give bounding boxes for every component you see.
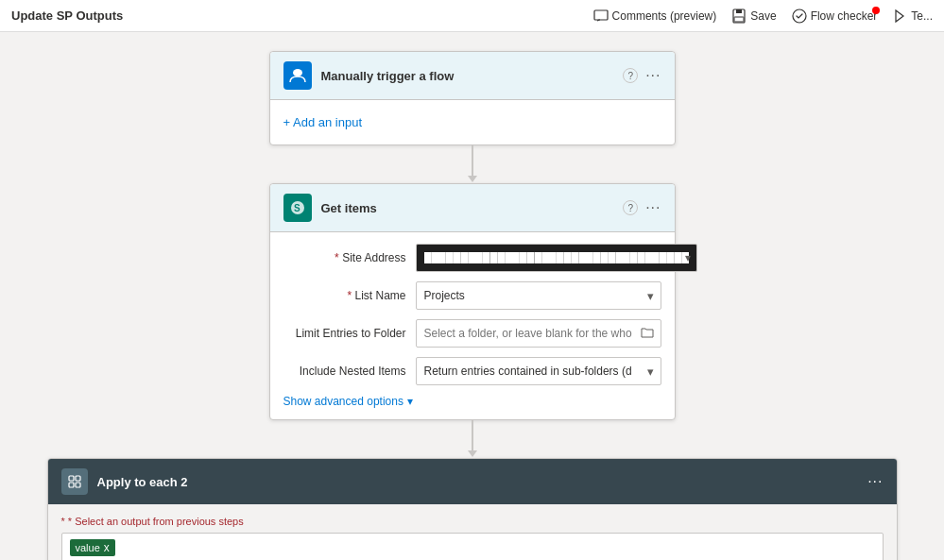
page-title: Update SP Outputs (11, 8, 593, 23)
test-action[interactable]: Te... (892, 8, 933, 24)
svg-rect-11 (76, 483, 80, 487)
flow-checker-action[interactable]: Flow checker (792, 8, 878, 24)
person-icon (289, 67, 306, 84)
tag-label: value (76, 542, 100, 553)
trigger-header-actions: ? ··· (623, 67, 661, 84)
sp-icon-inner: S (289, 199, 306, 216)
save-icon (731, 8, 747, 24)
svg-rect-2 (736, 9, 742, 13)
flow-checker-label: Flow checker (811, 9, 878, 23)
nested-items-control: Return entries contained in sub-folders … (416, 357, 661, 385)
connector-line (472, 145, 473, 176)
svg-rect-10 (69, 483, 74, 487)
select-output-label: * * Select an output from previous steps (61, 516, 884, 527)
trigger-body: + Add an input (270, 100, 675, 144)
loop-icon (67, 474, 82, 489)
save-label: Save (750, 9, 776, 23)
sharepoint-icon: S (283, 194, 312, 222)
limit-entries-label: Limit Entries to Folder (283, 327, 406, 340)
apply-each-title: Apply to each 2 (97, 475, 859, 489)
notification-badge (872, 7, 880, 14)
site-address-chevron: ▾ (685, 251, 691, 264)
save-action[interactable]: Save (731, 8, 776, 24)
apply-each-more-options[interactable]: ··· (867, 473, 883, 490)
get-items-header-actions: ? ··· (623, 199, 661, 216)
topbar: Update SP Outputs Comments (preview) Sav… (0, 0, 944, 32)
show-advanced-label: Show advanced options (283, 395, 403, 408)
site-address-input[interactable]: ████████████████████████████████████ ▾ (416, 244, 698, 272)
nested-items-label: Include Nested Items (283, 365, 406, 378)
trigger-title: Manually trigger a flow (321, 69, 614, 83)
folder-input-wrapper (416, 319, 661, 348)
flow-container: Manually trigger a flow ? ··· + Add an i… (0, 32, 944, 560)
comments-label: Comments (preview) (612, 9, 717, 23)
flow-checker-icon (792, 8, 807, 24)
apply-each-container: Apply to each 2 ··· * * Select an output… (47, 458, 898, 560)
trigger-icon (283, 61, 312, 90)
connector-arrow-2 (468, 450, 477, 457)
svg-rect-5 (293, 69, 302, 76)
connector-2 (468, 420, 477, 458)
get-items-more-options[interactable]: ··· (645, 199, 661, 216)
connector-1 (468, 145, 477, 183)
svg-rect-0 (594, 10, 608, 20)
connector-line-2 (472, 420, 473, 450)
apply-each-icon (61, 468, 88, 495)
add-input-label: + Add an input (283, 115, 363, 129)
svg-text:S: S (294, 203, 300, 213)
trigger-more-options[interactable]: ··· (645, 67, 661, 84)
svg-rect-9 (76, 476, 80, 481)
list-name-row: List Name Projects ▾ (283, 281, 661, 310)
topbar-actions: Comments (preview) Save Flow checker Te.… (593, 8, 933, 24)
limit-entries-row: Limit Entries to Folder (283, 319, 661, 348)
get-items-title: Get items (321, 201, 614, 215)
nested-items-select-wrapper: Return entries contained in sub-folders … (416, 357, 661, 385)
limit-entries-control (416, 319, 661, 348)
limit-entries-input[interactable] (416, 319, 661, 348)
show-advanced-button[interactable]: Show advanced options ▾ (283, 395, 661, 408)
trigger-card: Manually trigger a flow ? ··· + Add an i… (269, 51, 676, 145)
get-items-card: S Get items ? ··· Site Address █████████… (269, 183, 676, 420)
comments-action[interactable]: Comments (preview) (593, 8, 717, 24)
site-address-row: Site Address ███████████████████████████… (283, 244, 661, 272)
list-name-control: Projects ▾ (416, 281, 661, 310)
list-name-label: List Name (283, 289, 406, 302)
site-address-control: ████████████████████████████████████ ▾ (416, 244, 698, 272)
canvas: Manually trigger a flow ? ··· + Add an i… (0, 32, 944, 560)
show-advanced-chevron: ▾ (407, 395, 413, 408)
tag-remove[interactable]: x (104, 541, 110, 554)
svg-rect-3 (734, 17, 744, 22)
trigger-help[interactable]: ? (623, 68, 638, 83)
list-name-select-wrapper: Projects ▾ (416, 281, 661, 310)
svg-point-4 (793, 9, 806, 23)
test-icon (892, 8, 907, 24)
list-name-select[interactable]: Projects (416, 281, 661, 310)
apply-each-header: Apply to each 2 ··· (48, 459, 897, 504)
comments-icon (593, 8, 609, 24)
value-tag: value x (70, 539, 115, 556)
folder-icon (641, 327, 654, 341)
get-items-body: Site Address ███████████████████████████… (270, 232, 675, 419)
output-input-area[interactable]: value x (61, 533, 884, 560)
get-items-help[interactable]: ? (623, 200, 638, 215)
nested-items-select[interactable]: Return entries contained in sub-folders … (416, 357, 661, 385)
connector-arrow (468, 176, 477, 182)
trigger-card-header: Manually trigger a flow ? ··· (270, 52, 675, 100)
get-items-header: S Get items ? ··· (270, 184, 675, 232)
test-label: Te... (911, 9, 933, 23)
apply-each-body: * * Select an output from previous steps… (48, 504, 897, 560)
add-input-button[interactable]: + Add an input (283, 111, 661, 133)
site-address-label: Site Address (283, 251, 406, 264)
svg-rect-8 (69, 476, 74, 481)
nested-items-row: Include Nested Items Return entries cont… (283, 357, 661, 385)
